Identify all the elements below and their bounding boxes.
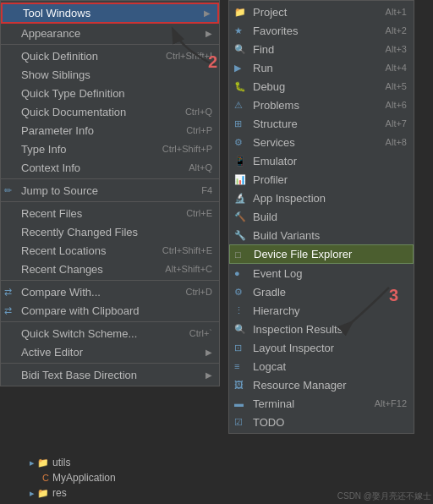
structure-icon: ⊞ (234, 118, 242, 129)
menu-item-logcat[interactable]: ≡ Logcat (229, 357, 414, 375)
menu-item-type-info[interactable]: Type Info Ctrl+Shift+P (1, 140, 219, 158)
folder-icon: ▸ 📁 (30, 457, 49, 468)
submenu-arrow-bidi: ▶ (206, 370, 212, 380)
divider-2 (1, 178, 219, 179)
submenu-arrow-editor: ▶ (206, 348, 212, 357)
layout-icon: ⊡ (234, 342, 242, 353)
divider-5 (1, 321, 219, 322)
menu-item-tool-windows[interactable]: Tool Windows ▶ (1, 3, 219, 24)
submenu-arrow: ▶ (204, 8, 211, 18)
phone-icon: 📱 (234, 156, 246, 167)
csdn-watermark: CSDN @娶月亮还不嫁士 (337, 490, 431, 502)
menu-item-app-inspection[interactable]: 🔬 App Inspection (229, 189, 414, 207)
todo-icon: ☑ (234, 417, 243, 428)
compare-clipboard-icon: ⇄ (4, 305, 12, 316)
search-icon: 🔍 (234, 44, 246, 55)
menu-item-emulator[interactable]: 📱 Emulator (229, 151, 414, 170)
menu-item-profiler[interactable]: 📊 Profiler (229, 170, 414, 189)
menu-item-context-info[interactable]: Context Info Alt+Q (1, 158, 219, 177)
warning-icon: ⚠ (234, 100, 243, 111)
menu-item-recent-changes[interactable]: Recent Changes Alt+Shift+C (1, 260, 219, 278)
menu-item-quick-doc[interactable]: Quick Documentation Ctrl+Q (1, 102, 219, 121)
annotation-number-3: 3 (389, 286, 398, 305)
right-menu: 📁 Project Alt+1 ★ Favorites Alt+2 🔍 Find… (228, 0, 414, 434)
star-icon: ★ (234, 25, 243, 36)
menu-item-terminal[interactable]: ▬ Terminal Alt+F12 (229, 394, 414, 413)
services-icon: ⚙ (234, 137, 243, 148)
divider-3 (1, 201, 219, 202)
tree-item-myapp[interactable]: C MyApplication (0, 470, 228, 485)
menu-item-run[interactable]: ▶ Run Alt+4 (229, 58, 414, 77)
resource-icon: 🖼 (234, 380, 244, 390)
menu-item-structure[interactable]: ⊞ Structure Alt+7 (229, 114, 414, 133)
menu-item-recent-locations[interactable]: Recent Locations Ctrl+Shift+E (1, 241, 219, 260)
menu-item-services[interactable]: ⚙ Services Alt+8 (229, 133, 414, 151)
logcat-icon: ≡ (234, 361, 239, 371)
class-icon: C (42, 473, 49, 483)
menu-item-event-log[interactable]: ● Event Log (229, 264, 414, 282)
menu-item-problems[interactable]: ⚠ Problems Alt+6 (229, 96, 414, 114)
debug-icon: 🐛 (234, 81, 246, 92)
gradle-icon: ⚙ (234, 287, 243, 298)
menu-item-build-variants[interactable]: 🔧 Build Variants (229, 226, 414, 244)
divider-4 (1, 280, 219, 281)
log-icon: ● (234, 268, 240, 278)
profiler-icon: 📊 (234, 174, 246, 185)
menu-item-quick-switch[interactable]: Quick Switch Scheme... Ctrl+` (1, 324, 219, 342)
run-icon: ▶ (234, 63, 241, 74)
menu-item-debug[interactable]: 🐛 Debug Alt+5 (229, 77, 414, 96)
annotation-arrow-1 (165, 24, 233, 77)
divider-6 (1, 363, 219, 364)
menu-item-quick-type[interactable]: Quick Type Definition (1, 84, 219, 102)
menu-item-compare-clipboard[interactable]: ⇄ Compare with Clipboard (1, 301, 219, 320)
menu-item-active-editor[interactable]: Active Editor ▶ (1, 342, 219, 361)
hierarchy-icon: ⋮ (234, 305, 244, 316)
terminal-icon: ▬ (234, 398, 244, 408)
inspect-icon: 🔍 (234, 324, 246, 335)
menu-item-device-file-explorer[interactable]: □ Device File Explorer (229, 244, 414, 264)
menu-item-param-info[interactable]: Parameter Info Ctrl+P (1, 121, 219, 140)
tree-item-utils[interactable]: ▸ 📁 utils (0, 455, 228, 470)
menu-item-jump-to-source[interactable]: ✏ Jump to Source F4 (1, 181, 219, 200)
menu-item-recently-changed[interactable]: Recently Changed Files (1, 222, 219, 241)
folder-icon-proj: 📁 (234, 7, 246, 18)
build-icon: 🔨 (234, 211, 246, 222)
menu-item-bidi[interactable]: Bidi Text Base Direction ▶ (1, 365, 219, 384)
compare-icon: ⇄ (4, 287, 12, 298)
menu-item-todo[interactable]: ☑ TODO (229, 413, 414, 431)
menu-item-project[interactable]: 📁 Project Alt+1 (229, 3, 414, 21)
tree-item-res[interactable]: ▸ 📁 res (0, 485, 228, 501)
menu-item-find[interactable]: 🔍 Find Alt+3 (229, 40, 414, 58)
menu-item-favorites[interactable]: ★ Favorites Alt+2 (229, 21, 414, 40)
menu-item-compare-with[interactable]: ⇄ Compare With... Ctrl+D (1, 282, 219, 301)
device-icon: □ (235, 249, 241, 260)
variants-icon: 🔧 (234, 230, 246, 241)
menu-item-recent-files[interactable]: Recent Files Ctrl+E (1, 204, 219, 222)
annotation-number-2: 2 (208, 52, 217, 72)
folder-icon-res: ▸ 📁 (30, 488, 49, 499)
edit-icon: ✏ (4, 185, 12, 196)
menu-item-build[interactable]: 🔨 Build (229, 207, 414, 226)
menu-item-resource-manager[interactable]: 🖼 Resource Manager (229, 375, 414, 394)
file-tree: ▸ 📁 utils C MyApplication ▸ 📁 res (0, 452, 228, 504)
app-icon: 🔬 (234, 193, 246, 204)
